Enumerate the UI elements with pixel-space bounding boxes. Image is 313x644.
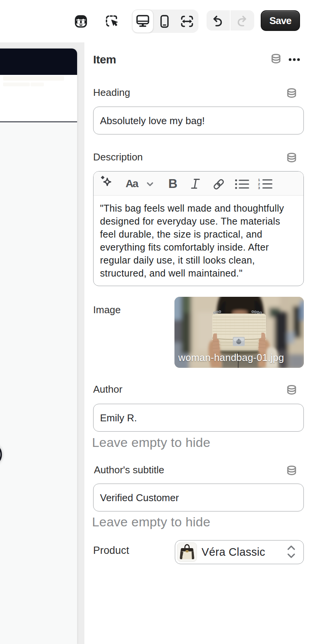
svg-text:3: 3 <box>258 186 260 190</box>
svg-text:2: 2 <box>258 182 260 186</box>
svg-text:1: 1 <box>258 178 260 182</box>
